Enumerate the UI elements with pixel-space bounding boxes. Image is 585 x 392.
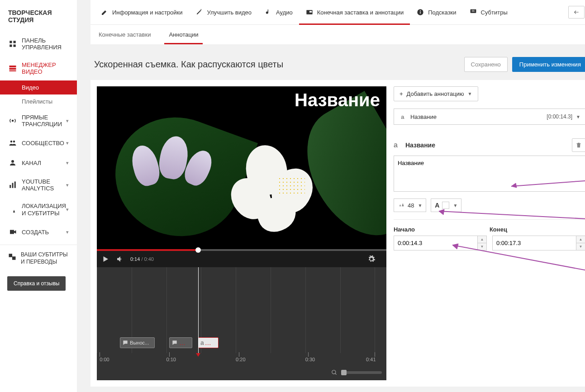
caret-down-icon: ▼ xyxy=(576,114,580,119)
svg-rect-19 xyxy=(420,12,421,14)
svg-point-10 xyxy=(11,160,14,163)
pencil-icon xyxy=(100,8,109,16)
font-size-icon xyxy=(398,202,406,208)
feedback-button[interactable]: Справка и отзывы xyxy=(7,276,66,291)
svg-rect-2 xyxy=(10,45,12,47)
sidebar-label: ПАНЕЛЬ УПРАВЛЕНИЯ xyxy=(22,37,69,51)
page-title: Ускоренная съемка. Как распускаются цвет… xyxy=(94,59,464,70)
sidebar-item-channel[interactable]: КАНАЛ ▾ xyxy=(0,153,77,173)
svg-rect-15 xyxy=(12,256,16,260)
spinner-up[interactable]: ▲ xyxy=(576,236,585,243)
tab-audio[interactable]: Аудио xyxy=(258,0,299,24)
svg-rect-14 xyxy=(9,254,13,257)
tabs-top: Информация и настройки Улучшить видео Ау… xyxy=(90,0,585,25)
annotation-type-icon: a xyxy=(399,113,407,121)
timeline-item[interactable]: Вынос... xyxy=(120,337,155,348)
tab-endscreen[interactable]: Конечная заставка и аннотации xyxy=(299,0,410,24)
chevron-down-icon: ▾ xyxy=(66,229,69,235)
svg-rect-12 xyxy=(12,183,14,188)
endscreen-icon xyxy=(305,8,314,16)
timeline-playhead[interactable] xyxy=(198,267,199,353)
sidebar-item-community[interactable]: СООБЩЕСТВО ▾ xyxy=(0,133,77,153)
svg-marker-25 xyxy=(511,183,517,188)
live-icon xyxy=(8,116,17,125)
annotation-selector[interactable]: a Название [0:00:14.3] ▼ xyxy=(394,109,585,125)
timeline-item-selected[interactable]: a … xyxy=(198,337,219,348)
chevron-down-icon: ▾ xyxy=(66,118,69,124)
svg-rect-17 xyxy=(309,11,312,12)
svg-rect-3 xyxy=(14,45,16,47)
plus-icon: + xyxy=(400,90,403,97)
back-arrow-icon xyxy=(572,9,580,15)
svg-line-28 xyxy=(452,245,585,283)
play-icon[interactable] xyxy=(101,255,109,263)
timeline-item[interactable]: … xyxy=(169,337,192,348)
font-size-selector[interactable]: 48 ▼ xyxy=(394,198,426,212)
start-label: Начало xyxy=(394,226,490,233)
sidebar-item-translations[interactable]: ВАШИ СУБТИТРЫ И ПЕРЕВОДЫ xyxy=(0,248,77,269)
sidebar-item-create[interactable]: СОЗДАТЬ ▾ xyxy=(0,222,77,242)
sidebar-title: ТВОРЧЕСКАЯ СТУДИЯ xyxy=(0,0,77,32)
svg-rect-13 xyxy=(14,182,16,188)
annotation-overlay[interactable]: Название xyxy=(295,90,380,110)
tab-info[interactable]: Информация и настройки xyxy=(94,0,189,24)
sidebar-label: СОЗДАТЬ xyxy=(22,229,66,236)
sidebar-item-analytics[interactable]: YOUTUBE ANALYTICS ▾ xyxy=(0,173,77,197)
back-button[interactable] xyxy=(568,6,585,19)
gear-icon[interactable] xyxy=(367,255,376,263)
sidebar: ТВОРЧЕСКАЯ СТУДИЯ ПАНЕЛЬ УПРАВЛЕНИЯ МЕНЕ… xyxy=(0,0,77,392)
svg-point-9 xyxy=(13,141,15,143)
sidebar-label: МЕНЕДЖЕР ВИДЕО xyxy=(22,61,69,75)
svg-point-8 xyxy=(10,141,13,143)
time-current: 0:14 xyxy=(130,256,140,262)
tab-enhance[interactable]: Улучшить видео xyxy=(189,0,258,24)
subtab-endscreens[interactable]: Конечные заставки xyxy=(94,25,156,44)
svg-line-24 xyxy=(511,176,585,186)
chevron-down-icon: ▾ xyxy=(66,140,69,146)
svg-rect-0 xyxy=(10,41,12,43)
dashboard-icon xyxy=(8,39,17,48)
sidebar-item-localization[interactable]: ЛОКАЛИЗАЦИЯ И СУБТИТРЫ ▾ xyxy=(0,197,77,222)
channel-icon xyxy=(8,158,17,167)
community-icon xyxy=(8,138,17,147)
svg-rect-5 xyxy=(10,68,16,70)
svg-marker-29 xyxy=(452,244,458,249)
apply-button[interactable]: Применить изменения xyxy=(512,57,585,72)
sidebar-sub-playlists[interactable]: Плейлисты xyxy=(0,94,77,109)
create-icon xyxy=(8,227,17,236)
video-preview[interactable]: Название xyxy=(97,86,386,249)
subtab-annotations[interactable]: Аннотации xyxy=(164,25,203,44)
cc-icon: CC xyxy=(469,8,477,16)
analytics-icon xyxy=(8,180,17,189)
caret-down-icon: ▼ xyxy=(468,91,472,96)
chevron-down-icon: ▾ xyxy=(66,207,69,213)
tab-cards[interactable]: Подсказки xyxy=(410,0,462,24)
add-annotation-button[interactable]: + Добавить аннотацию ▼ xyxy=(394,86,478,101)
timeline[interactable]: Вынос... … a … 0:00 xyxy=(97,267,386,380)
spinner-up[interactable]: ▲ xyxy=(478,236,486,243)
annotation-type-icon: a xyxy=(394,141,402,149)
sidebar-item-video-manager[interactable]: МЕНЕДЖЕР ВИДЕО xyxy=(0,56,77,80)
svg-point-7 xyxy=(12,120,14,122)
wand-icon xyxy=(195,8,204,16)
music-icon xyxy=(264,8,272,16)
sidebar-sub-video[interactable]: Видео xyxy=(0,80,77,94)
volume-icon[interactable] xyxy=(116,255,124,263)
video-manager-icon xyxy=(8,64,17,73)
progress-bar[interactable] xyxy=(97,249,386,251)
tab-subtitles[interactable]: CC Субтитры xyxy=(463,0,514,24)
svg-marker-27 xyxy=(439,209,444,215)
info-icon xyxy=(416,8,424,16)
tabs-sub: Конечные заставки Аннотации xyxy=(90,25,585,44)
callout-arrow xyxy=(511,175,585,189)
chevron-down-icon: ▾ xyxy=(66,160,69,166)
sidebar-label: СООБЩЕСТВО xyxy=(22,140,66,146)
zoom-slider[interactable] xyxy=(341,371,382,374)
sidebar-item-live[interactable]: ПРЯМЫЕ ТРАНСЛЯЦИИ ▾ xyxy=(0,109,77,133)
status-saved: Сохранено xyxy=(464,57,508,72)
progress-thumb[interactable] xyxy=(195,247,201,253)
delete-annotation-button[interactable] xyxy=(572,138,585,152)
svg-rect-11 xyxy=(10,185,11,188)
sidebar-item-dashboard[interactable]: ПАНЕЛЬ УПРАВЛЕНИЯ xyxy=(0,32,77,56)
end-label: Конец xyxy=(490,226,585,233)
